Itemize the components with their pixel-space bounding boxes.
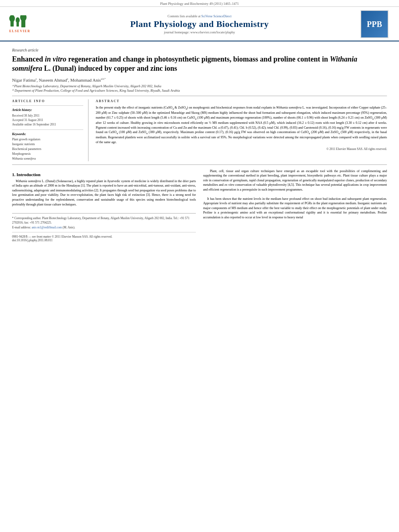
journal-header: ELSEVIER Contents lists available at Sci… <box>0 7 399 41</box>
info-divider2 <box>12 129 83 130</box>
body-left-column: 1. Introduction Withania somnifera L. (D… <box>12 169 196 242</box>
abstract-column: ABSTRACT In the present study the effect… <box>96 99 387 161</box>
article-info-heading: ARTICLE INFO <box>12 99 83 103</box>
abstract-text: In the present study the effect of inorg… <box>96 105 387 145</box>
footer-divider <box>12 232 196 232</box>
elsevier-tree-icon: ELSEVIER <box>8 15 37 33</box>
section1-right-paragraph2: It has been shown that the nutrient leve… <box>203 197 387 220</box>
email-address[interactable]: anis m1@rediffmail.com <box>32 226 62 229</box>
journal-ref-text: Plant Physiology and Biochemistry 49 (20… <box>160 2 239 6</box>
footer-area: * Corresponding author. Plant Biotechnol… <box>12 213 196 242</box>
footnote-text: * Corresponding author. Plant Biotechnol… <box>12 216 196 230</box>
sciverse-link[interactable]: SciVerse ScienceDirect <box>202 14 232 18</box>
section1-right-paragraph1: Plant, cell, tissue and organ culture te… <box>203 169 387 192</box>
email-label: E-mail address: <box>12 226 31 229</box>
section1-paragraph1: Withania somnifera L. (Dunal) (Solanacea… <box>12 179 196 207</box>
online-date: Available online 16 September 2011 <box>12 122 83 127</box>
section1-title: 1. Introduction <box>12 172 196 177</box>
keyword-5: Withania somnifera <box>12 156 83 161</box>
affiliations: ᵃ Plant Biotechnology Laboratory, Depart… <box>12 84 387 92</box>
title-part2: regeneration and change in photosyntheti… <box>66 55 330 63</box>
keywords-label: Keywords: <box>12 132 83 136</box>
keyword-2: Inorganic nutrients <box>12 142 83 147</box>
ppb-logo-area: PPB <box>360 10 393 38</box>
keyword-4: Morphogenesis <box>12 152 83 156</box>
article-dates: Received 30 July 2011 Accepted 31 August… <box>12 113 83 127</box>
body-columns: 1. Introduction Withania somnifera L. (D… <box>12 169 387 242</box>
ppb-logo: PPB <box>360 10 389 38</box>
received-date: Received 30 July 2011 <box>12 113 83 118</box>
title-italic1: in vitro <box>45 55 67 63</box>
svg-point-1 <box>9 15 15 22</box>
accepted-date: Accepted 31 August 2011 <box>12 118 83 122</box>
keyword-3: Biochemical parameters <box>12 147 83 152</box>
sciverse-text: Contents lists available at SciVerse Sci… <box>39 14 360 18</box>
keyword-1: Plant growth regulators <box>12 137 83 142</box>
body-right-column: Plant, cell, tissue and organ culture te… <box>203 169 387 242</box>
copyright-line: © 2011 Elsevier Masson SAS. All rights r… <box>96 147 387 151</box>
author-names: Nigar Fatimaa, Naseem Ahmada, Mohammad A… <box>12 78 105 82</box>
journal-title: Plant Physiology and Biochemistry <box>39 19 360 29</box>
svg-text:ELSEVIER: ELSEVIER <box>9 29 30 33</box>
journal-homepage: journal homepage: www.elsevier.com/locat… <box>39 30 360 34</box>
title-part1: Enhanced <box>12 55 45 63</box>
abstract-heading: ABSTRACT <box>96 99 387 103</box>
authors: Nigar Fatimaa, Naseem Ahmada, Mohammad A… <box>12 78 387 82</box>
top-reference-bar: Plant Physiology and Biochemistry 49 (20… <box>0 0 399 7</box>
article-type: Research article <box>12 48 387 52</box>
elsevier-logo: ELSEVIER <box>6 15 39 33</box>
email-name: (M. Anis). <box>63 226 75 229</box>
journal-header-center: Contents lists available at SciVerse Sci… <box>39 14 360 34</box>
elsevier-logo-area: ELSEVIER <box>6 15 39 33</box>
title-part3: L. (Dunal) induced by copper and zinc io… <box>42 64 177 72</box>
page-wrapper: Plant Physiology and Biochemistry 49 (20… <box>0 0 399 532</box>
history-label: Article history: <box>12 108 83 112</box>
article-content: Research article Enhanced in vitro regen… <box>0 41 399 246</box>
affiliation-a: ᵃ Plant Biotechnology Laboratory, Depart… <box>12 84 387 88</box>
info-divider <box>12 105 83 106</box>
svg-point-5 <box>20 15 27 21</box>
svg-point-3 <box>16 17 20 23</box>
article-info-column: ARTICLE INFO Article history: Received 3… <box>12 99 88 161</box>
issn-line: 0981-9428/$ — see front matter © 2011 El… <box>12 235 196 242</box>
article-info-abstract-section: ARTICLE INFO Article history: Received 3… <box>12 96 387 165</box>
article-title: Enhanced in vitro regeneration and chang… <box>12 55 387 74</box>
keywords-section: Keywords: Plant growth regulators Inorga… <box>12 132 83 161</box>
affiliation-b: ᵇ Department of Plant Production, Colleg… <box>12 88 387 92</box>
